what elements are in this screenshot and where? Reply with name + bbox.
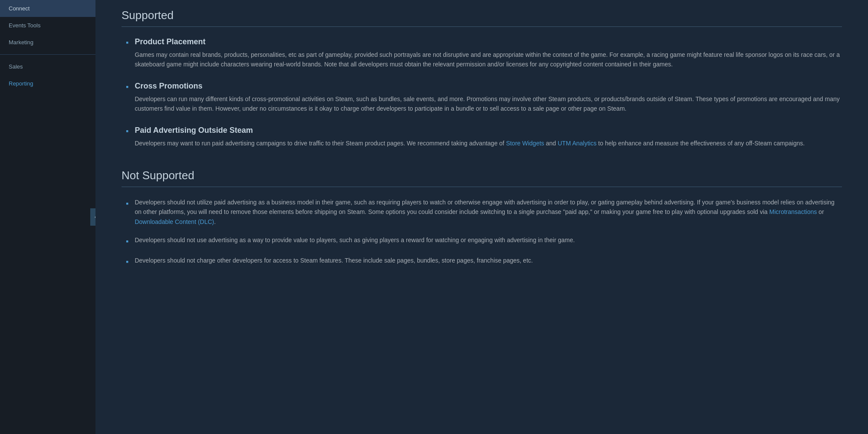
list-item: ▪ Developers should not charge other dev… [122, 256, 842, 267]
sidebar-item-label: Marketing [9, 39, 33, 46]
list-item: ▪ Product Placement Games may contain re… [122, 37, 842, 69]
cross-promotions-heading: Cross Promotions [135, 82, 842, 91]
paid-advertising-heading: Paid Advertising Outside Steam [135, 126, 842, 135]
store-widgets-link[interactable]: Store Widgets [506, 140, 544, 147]
main-content: Supported ▪ Product Placement Games may … [95, 0, 868, 434]
cross-promotions-content: Cross Promotions Developers can run many… [135, 82, 842, 114]
bullet-marker-icon: ▪ [126, 198, 128, 209]
sidebar-item-reporting[interactable]: Reporting [0, 75, 95, 92]
paid-advertising-content: Paid Advertising Outside Steam Developer… [135, 126, 842, 148]
paid-advertising-text-between: and [544, 140, 558, 147]
sidebar-item-sales[interactable]: Sales [0, 58, 95, 75]
sidebar-item-label: Events Tools [9, 22, 40, 29]
list-item: ▪ Developers should not use advertising … [122, 235, 842, 247]
sidebar-item-marketing[interactable]: Marketing [0, 34, 95, 51]
supported-list: ▪ Product Placement Games may contain re… [122, 37, 842, 148]
paid-advertising-text-after: to help enhance and measure the effectiv… [596, 140, 805, 147]
bullet-marker-icon: ▪ [126, 256, 128, 267]
sidebar-collapse-button[interactable]: ‹ [90, 208, 95, 226]
bullet-marker-icon: ▪ [126, 82, 128, 92]
microtransactions-link[interactable]: Microtransactions [769, 208, 817, 215]
cross-promotions-text: Developers can run many different kinds … [135, 94, 842, 114]
paid-advertising-text-before: Developers may want to run paid advertis… [135, 140, 506, 147]
not-supported-text-1: Developers should not utilize paid adver… [135, 197, 842, 227]
product-placement-heading: Product Placement [135, 37, 842, 46]
sidebar-item-label: Sales [9, 63, 23, 70]
product-placement-text: Games may contain real brands, products,… [135, 50, 842, 69]
sidebar-item-connect[interactable]: Connect [0, 0, 95, 17]
dlc-link[interactable]: Downloadable Content (DLC) [135, 218, 214, 225]
sidebar-item-events-tools[interactable]: Events Tools [0, 17, 95, 34]
not-supported-text-after: . [214, 218, 216, 225]
not-supported-text-2: Developers should not use advertising as… [135, 235, 575, 245]
bullet-marker-icon: ▪ [126, 126, 128, 137]
not-supported-list: ▪ Developers should not utilize paid adv… [122, 197, 842, 268]
bullet-marker-icon: ▪ [126, 236, 128, 247]
sidebar: Connect Events Tools Marketing Sales Rep… [0, 0, 95, 434]
sidebar-item-label: Connect [9, 5, 30, 12]
supported-section-title: Supported [122, 0, 842, 27]
chevron-left-icon: ‹ [95, 214, 95, 220]
paid-advertising-text: Developers may want to run paid advertis… [135, 138, 842, 148]
sidebar-divider [0, 54, 95, 55]
sidebar-item-label: Reporting [9, 80, 33, 87]
list-item: ▪ Cross Promotions Developers can run ma… [122, 82, 842, 114]
list-item: ▪ Paid Advertising Outside Steam Develop… [122, 126, 842, 148]
not-supported-section-title: Not Supported [122, 160, 842, 187]
not-supported-text-3: Developers should not charge other devel… [135, 256, 533, 265]
utm-analytics-link[interactable]: UTM Analytics [558, 140, 596, 147]
list-item: ▪ Developers should not utilize paid adv… [122, 197, 842, 227]
product-placement-content: Product Placement Games may contain real… [135, 37, 842, 69]
not-supported-text-before: Developers should not utilize paid adver… [135, 199, 835, 215]
bullet-marker-icon: ▪ [126, 37, 128, 48]
not-supported-text-between: or [817, 208, 824, 215]
